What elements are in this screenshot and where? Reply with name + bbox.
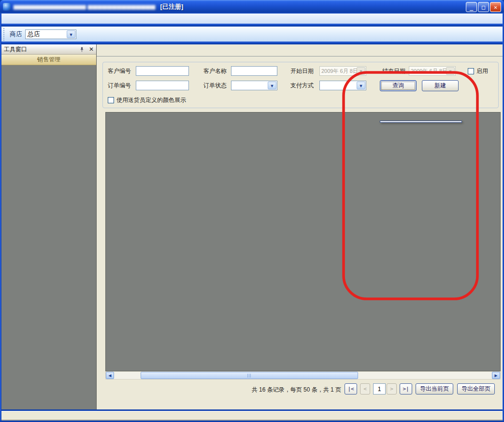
order-code-label: 订单编号 — [108, 81, 131, 90]
filter-groupbox: 客户编号 客户名称 开始日期 2009年 6月 8日 ▼ 结束日期 2009年 … — [102, 62, 499, 108]
window-title-masked: ▅▅▅▅▅▅▅▅▅▅▅▅▅▅▅ ▅▅▅▅▅▅▅▅▅▅▅▅▅▅ — [14, 2, 156, 11]
app-icon — [3, 3, 11, 11]
scrollbar-thumb[interactable] — [141, 372, 358, 379]
pagination-bar: 共 16 条记录，每页 50 条，共 1 页 |< < > >| 导出当前页 导… — [97, 383, 503, 396]
start-date-label: 开始日期 — [290, 66, 314, 76]
customer-code-input[interactable] — [136, 66, 189, 76]
color-display-checkbox[interactable]: 使用送货员定义的颜色展示 — [108, 95, 186, 105]
window-title-status: [已注册] — [160, 2, 184, 11]
start-date-picker[interactable]: 2009年 6月 8日 ▼ — [319, 66, 366, 76]
order-status-combobox[interactable]: ▼ — [231, 81, 277, 90]
order-code-input[interactable] — [136, 81, 189, 90]
toolbar-grip[interactable] — [3, 28, 7, 41]
export-current-page-button[interactable]: 导出当前页 — [416, 383, 453, 394]
pay-method-label: 支付方式 — [290, 81, 314, 90]
enable-checkbox[interactable]: 启用 — [468, 66, 488, 76]
tool-window-caption: 工具窗口 ✕ — [1, 44, 96, 55]
end-date-picker[interactable]: 2009年 6月 8日 ▼ — [409, 66, 456, 76]
tab-strip — [97, 44, 503, 56]
new-button[interactable]: 新建 — [422, 80, 459, 91]
next-page-button[interactable]: > — [387, 383, 397, 394]
minimize-button[interactable]: _ — [466, 2, 477, 12]
window-title: ▅▅▅▅▅▅▅▅▅▅▅▅▅▅▅ ▅▅▅▅▅▅▅▅▅▅▅▅▅▅ [已注册] — [14, 2, 183, 11]
menu-bar — [1, 14, 503, 25]
page-number-input[interactable] — [373, 383, 386, 394]
chevron-down-icon[interactable]: ▼ — [268, 82, 276, 89]
query-button[interactable]: 查询 — [380, 80, 417, 91]
shop-label: 商店 — [10, 30, 22, 39]
scroll-left-arrow[interactable]: ◄ — [106, 372, 114, 379]
first-page-button[interactable]: |< — [345, 383, 357, 394]
orders-table — [105, 112, 501, 371]
chevron-down-icon: ▼ — [357, 67, 365, 75]
checkbox-icon[interactable] — [108, 97, 114, 103]
tool-window-sidebar: 工具窗口 ✕ 销售管理 — [1, 44, 97, 409]
chevron-down-icon[interactable]: ▼ — [67, 30, 75, 38]
shop-combobox-value: 总店 — [28, 30, 40, 38]
sidebar-close-icon[interactable]: ✕ — [89, 46, 94, 53]
window-frame-left — [0, 14, 1, 422]
toolbar: 商店 总店 ▼ — [1, 27, 503, 43]
title-bar: ▅▅▅▅▅▅▅▅▅▅▅▅▅▅▅ ▅▅▅▅▅▅▅▅▅▅▅▅▅▅ [已注册] _ □… — [0, 0, 504, 14]
checkbox-icon[interactable] — [468, 68, 474, 74]
maximize-button[interactable]: □ — [478, 2, 489, 12]
record-summary: 共 16 条记录，每页 50 条，共 1 页 — [252, 386, 341, 394]
customer-name-input[interactable] — [231, 66, 277, 76]
tool-window-title: 工具窗口 — [4, 45, 27, 54]
main-panel: 客户编号 客户名称 开始日期 2009年 6月 8日 ▼ 结束日期 2009年 … — [97, 44, 503, 409]
last-page-button[interactable]: >| — [400, 383, 412, 394]
pay-method-combobox[interactable]: ▼ — [319, 81, 366, 90]
shop-combobox[interactable]: 总店 ▼ — [25, 29, 76, 39]
end-date-label: 结束日期 — [382, 66, 405, 76]
pin-icon[interactable] — [79, 46, 85, 53]
status-bar — [1, 411, 503, 421]
customer-name-label: 客户名称 — [203, 66, 227, 76]
scroll-right-arrow[interactable]: ► — [492, 372, 500, 379]
close-button[interactable]: ✕ — [490, 2, 501, 12]
sidebar-group-sales[interactable]: 销售管理 — [1, 55, 96, 65]
chevron-down-icon[interactable]: ▼ — [357, 82, 365, 89]
prev-page-button[interactable]: < — [360, 383, 370, 394]
application-window: { "window":{ "title_masked":"▅▅▅▅▅▅▅▅▅▅▅… — [0, 0, 504, 422]
order-status-label: 订单状态 — [203, 81, 227, 90]
horizontal-scrollbar[interactable]: ◄ ► — [105, 371, 501, 380]
chevron-down-icon: ▼ — [446, 67, 455, 75]
export-all-pages-button[interactable]: 导出全部页 — [457, 383, 495, 394]
customer-code-label: 客户编号 — [108, 66, 131, 76]
order-context-menu — [380, 121, 462, 123]
